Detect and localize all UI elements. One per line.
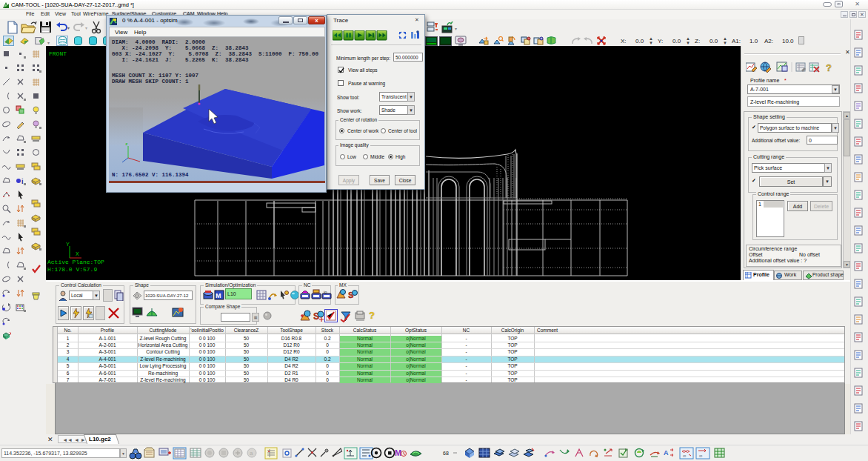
svg-text:∞: ∞	[683, 454, 686, 458]
svg-text:i: i	[21, 178, 24, 185]
svg-text:M: M	[395, 448, 401, 457]
svg-text:Y: Y	[66, 241, 70, 248]
svg-text:?: ?	[826, 62, 832, 73]
svg-text:A: A	[664, 449, 669, 457]
svg-text:M: M	[216, 292, 221, 299]
svg-text:a: a	[250, 450, 253, 457]
svg-text:io: io	[324, 290, 327, 294]
svg-text:68: 68	[443, 451, 449, 456]
svg-text:z: z	[125, 142, 128, 147]
svg-text:X: X	[76, 251, 79, 257]
svg-text:∞: ∞	[699, 454, 702, 458]
